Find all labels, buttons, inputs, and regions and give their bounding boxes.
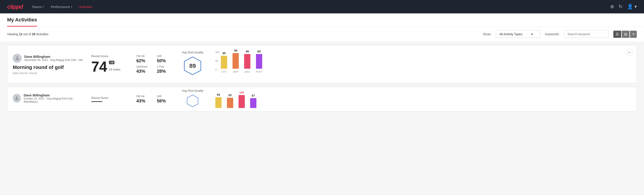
bar-label-putt: PUTT [256,70,262,73]
user-row: Dave Billingham December 05, 2021 - Gog … [13,54,84,63]
y-axis-labels: 100 50 0 [215,51,221,71]
header-right: ⊕ ↻ 👤 ▾ [610,4,637,10]
bar-ott [221,56,227,69]
bar-app [232,53,239,69]
activity-card-2: Dave Billingham October 16, 2021 - Gog M… [7,87,637,111]
bar-value-app-2: 93 [228,94,232,97]
activity-title: Morning round of golf [13,64,84,70]
svg-marker-3 [187,95,198,107]
card-left: Dave Billingham December 05, 2021 - Gog … [13,54,84,75]
round-score-label: Round Score [91,54,129,58]
bar-putt [256,54,262,69]
bar-label-app: APP [233,70,238,73]
refresh-icon[interactable]: ↻ [618,4,622,10]
avg-shot-section-2: Avg Shot Quality [179,89,206,109]
chart-col-arg-2: 106 [238,91,245,108]
chart-col-app: 90 APP [232,49,239,73]
one-putt-stat: 1 Putt 28% [157,65,172,74]
user-date: December 05, 2021 - Gog Magog Golf Club … [24,58,82,62]
bar-ott-2 [215,97,222,108]
filter-bar: Viewing 12 out of 29 Activities Show: Al… [0,27,644,42]
svg-point-0 [16,56,18,58]
chevron-down-icon: ▾ [71,6,72,8]
round-score-section-2: Round Score [91,96,129,102]
score-dash [91,101,102,102]
chart-col-ott: 85 OTT [221,52,227,73]
user-row-2: Dave Billingham October 16, 2021 - Gog M… [13,93,84,103]
chart-col-putt: 89 PUTT [256,50,262,73]
list-detail-view-button[interactable]: ≡ [630,30,637,38]
user-name-2: Dave Billingham [24,93,84,97]
chevron-down-icon: ▾ [531,32,533,36]
bar-label-ott: OTT [222,70,226,73]
round-score-section: Round Score 74 +4 18 Holes [91,54,129,74]
bar-value-app: 90 [234,49,237,52]
user-info-2: Dave Billingham October 16, 2021 - Gog M… [24,93,84,103]
gir-stat-2: GIR 56% [157,95,172,104]
nav-activities[interactable]: Activities [79,5,92,9]
chart-col-app-2: 93 [227,94,233,108]
bar-arg [244,54,250,69]
bar-value-putt: 89 [257,50,260,53]
round-score-label-2: Round Score [91,96,129,100]
user-account-icon[interactable]: 👤 ▾ [627,4,637,10]
activity-card: ✏ Dave Billingham December 05, 2021 - Go… [7,45,637,83]
chart-col-ott-2: 94 [215,93,222,108]
bar-chart: 100 50 0 85 OTT 90 APP [213,51,631,78]
list-compact-view-button[interactable]: ☰ [613,30,621,38]
bar-arg-2 [238,95,245,108]
viewing-count: 12 [19,32,22,36]
viewing-suffix: Activities [36,32,48,36]
chart-col-arg: 89 ARG [244,50,250,73]
bar-value-putt-2: 87 [252,94,255,97]
nav-teams[interactable]: Teams ▾ [32,5,44,9]
bar-label-arg: ARG [244,70,250,73]
bar-chart-2: 94 93 106 87 [213,90,631,108]
avatar-2 [13,94,21,103]
score-diff-badge: +4 [109,61,114,64]
avg-shot-section: Avg Shot Quality 89 [179,51,206,78]
bar-value-arg: 89 [246,50,249,53]
grid-view-button[interactable]: ⊞ [622,30,630,38]
data-source: Data Source: Arccos [13,72,84,75]
nav-performance[interactable]: Performance ▾ [51,5,72,9]
svg-point-2 [16,96,18,98]
hexagon-icon-2 [182,94,202,108]
bar-value-ott: 85 [222,52,226,55]
score-holes: 18 Holes [109,68,120,71]
viewing-total: 29 [32,32,36,36]
main-nav: Teams ▾ Performance ▾ Activities [32,5,92,9]
view-toggle-group: ☰ ⊞ ≡ [613,30,637,38]
fw-hit-stat: FW Hit 62% [136,55,152,63]
search-input[interactable] [564,30,609,38]
activities-list: ✏ Dave Billingham December 05, 2021 - Go… [0,45,644,111]
user-info: Dave Billingham December 05, 2021 - Gog … [24,55,82,62]
logo[interactable]: clippd [7,3,23,10]
viewing-text: Viewing 12 out of 29 Activities [7,32,478,36]
bar-app-2 [227,98,233,108]
activity-type-dropdown[interactable]: All Activity Types ▾ [496,30,540,38]
main-header: clippd Teams ▾ Performance ▾ Activities … [0,0,644,14]
stats-grid-2: FW Hit 43% GIR 56% [136,95,172,104]
chart-col-putt-2: 87 [250,94,256,108]
avatar [13,54,22,63]
fw-hit-stat-2: FW Hit 43% [136,95,152,104]
page-title-bar: My Activities [0,14,644,27]
score-number: 74 [91,60,107,74]
page-title: My Activities [7,17,37,26]
updown-stat: Up/Down 43% [136,65,152,74]
avg-shot-value: 89 [190,62,196,70]
header-left: clippd Teams ▾ Performance ▾ Activities [7,3,92,10]
card-left-2: Dave Billingham October 16, 2021 - Gog M… [13,93,84,105]
user-date-2: October 16, 2021 - Gog Magog Golf Club -… [24,97,84,103]
bar-value-ott-2: 94 [217,93,220,96]
stats-grid: FW Hit 62% GIR 50% Up/Down 43% 1 Putt 28… [136,55,172,74]
score-big: 74 +4 18 Holes [91,60,129,74]
gir-stat: GIR 50% [157,55,172,63]
keywords-label: Keywords: [545,32,560,36]
add-circle-icon[interactable]: ⊕ [610,4,614,10]
bar-putt-2 [250,98,256,108]
bar-value-arg-2: 106 [239,91,244,94]
chevron-down-icon: ▾ [42,6,44,8]
edit-button[interactable]: ✏ [626,49,633,56]
